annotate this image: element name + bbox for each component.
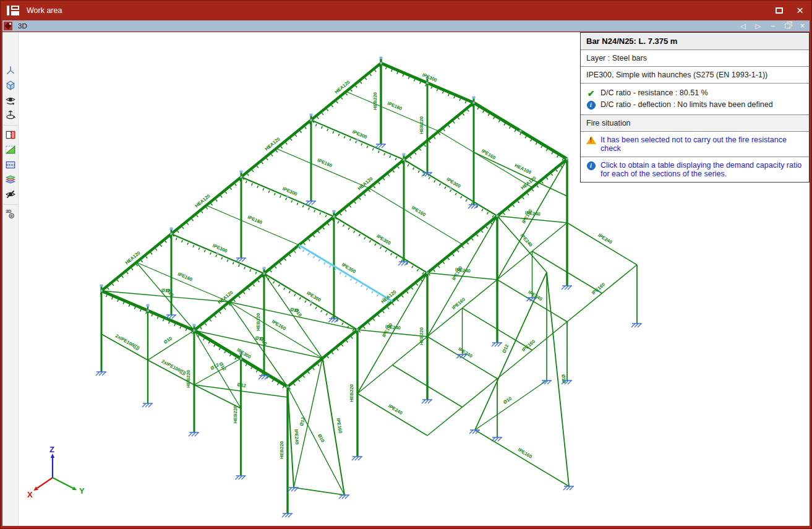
fire-situation-header: Fire situation xyxy=(581,115,809,132)
load-ticks xyxy=(499,161,569,218)
cube-icon[interactable] xyxy=(5,80,16,91)
support-icon xyxy=(375,144,386,148)
support-icon xyxy=(631,324,642,327)
hide-elements-icon[interactable] xyxy=(5,189,16,200)
member-label: IPE300 xyxy=(306,290,322,303)
application-window: Work area × 3D ◁ ▷ − × xyxy=(0,0,812,529)
node-marker xyxy=(472,101,475,104)
load-ticks xyxy=(173,179,243,236)
view-toolbar: 3D xyxy=(2,32,19,526)
bar-info-panel: Bar N24/N25: L. 7.375 m Layer : Steel ba… xyxy=(580,32,810,183)
3d-settings-icon[interactable]: 3D xyxy=(5,209,16,220)
cype3d-app-icon xyxy=(4,22,12,30)
member-label: IPE240 xyxy=(293,429,300,444)
bar-checks: ✔ D/C ratio - resistance : 80.51 % i D/C… xyxy=(581,84,809,115)
member-label: HEB220 xyxy=(349,384,354,402)
member-line[interactable] xyxy=(567,265,637,322)
column-cap xyxy=(310,114,313,116)
member-label: HEA120 xyxy=(380,289,398,304)
member-line[interactable] xyxy=(497,216,547,272)
member-line[interactable] xyxy=(137,262,229,302)
support-icon xyxy=(236,476,246,480)
node-marker xyxy=(263,272,265,275)
member-label: IPE240 xyxy=(519,233,534,248)
member-label: IPE240 xyxy=(457,346,473,359)
member-label: IPE160 xyxy=(521,209,533,225)
node-marker xyxy=(450,187,452,189)
window-title: Work area xyxy=(27,6,62,15)
load-ticks xyxy=(310,123,403,162)
member-line[interactable] xyxy=(346,92,439,131)
node-marker xyxy=(286,385,289,388)
member-line[interactable] xyxy=(137,262,195,330)
forward-arrow-icon[interactable]: ▷ xyxy=(756,23,761,30)
deflection-ratio: D/C ratio - deflection : No limits have … xyxy=(600,100,803,109)
minimize-view-icon[interactable]: − xyxy=(771,22,775,30)
check-icon: ✔ xyxy=(586,88,596,98)
axes-icon[interactable] xyxy=(5,65,16,76)
member-line[interactable] xyxy=(357,394,427,436)
node-marker xyxy=(333,215,335,218)
member-line[interactable] xyxy=(148,330,194,360)
member-label: HEB220 xyxy=(233,406,238,424)
column-cap xyxy=(240,171,243,173)
load-ticks xyxy=(406,105,476,161)
load-ticks xyxy=(429,218,499,275)
member-line[interactable] xyxy=(194,359,241,385)
member-label: IPE240 xyxy=(387,403,403,416)
member-label: IPE160 xyxy=(451,296,466,311)
column-cap xyxy=(380,57,383,59)
node-marker xyxy=(356,139,359,141)
warning-icon xyxy=(586,136,596,144)
section-plane-icon[interactable] xyxy=(5,129,16,140)
support-icon xyxy=(563,486,574,490)
support-icon xyxy=(422,400,432,403)
member-line[interactable] xyxy=(567,223,637,265)
info-icon: i xyxy=(587,101,596,110)
member-label: IPE160 xyxy=(335,418,343,434)
member-label: IPE160 xyxy=(591,282,606,296)
restore-view-icon[interactable] xyxy=(785,24,790,28)
resistance-ratio: D/C ratio - resistance : 80.51 % xyxy=(600,88,803,97)
y-axis-label: Y xyxy=(79,486,85,496)
dc-table-link[interactable]: Click to obtain a table displaying the d… xyxy=(600,161,803,178)
member-line[interactable] xyxy=(474,152,567,196)
support-icon xyxy=(142,403,153,407)
rotate-view-icon[interactable] xyxy=(5,110,16,121)
member-line[interactable] xyxy=(357,337,427,394)
column-cap xyxy=(170,228,173,230)
member-label: HEB220 xyxy=(186,370,191,388)
member-label: IPE160 xyxy=(271,319,287,332)
member-label: HEB220 xyxy=(255,313,261,331)
load-ticks xyxy=(170,236,263,276)
load-ticks xyxy=(380,66,472,105)
node-marker xyxy=(170,233,173,235)
orbit-view-icon[interactable] xyxy=(5,95,16,106)
split-view-icon[interactable] xyxy=(5,144,16,155)
window-zoom-icon[interactable] xyxy=(5,159,16,170)
info-icon: i xyxy=(587,161,596,170)
member-line[interactable] xyxy=(276,148,369,188)
maximize-button-icon[interactable] xyxy=(776,7,783,14)
x-axis-label: X xyxy=(27,490,33,499)
member-line[interactable] xyxy=(475,430,569,486)
close-button-icon[interactable]: × xyxy=(797,4,803,16)
support-icon xyxy=(96,372,106,376)
member-label: Ø10 xyxy=(163,335,173,345)
support-icon xyxy=(562,286,572,290)
member-line[interactable] xyxy=(264,273,323,358)
layers-icon[interactable] xyxy=(5,174,16,185)
member-line[interactable] xyxy=(207,205,299,245)
axes-widget: XYZ xyxy=(27,445,85,499)
support-icon xyxy=(282,514,293,517)
node-marker xyxy=(519,130,522,132)
dc-table-note-row: i Click to obtain a table displaying the… xyxy=(581,157,809,182)
close-view-icon[interactable]: × xyxy=(800,22,805,30)
view-title: 3D xyxy=(18,22,27,30)
member-line[interactable] xyxy=(427,379,497,436)
column-cap xyxy=(472,97,476,99)
back-arrow-icon[interactable]: ◁ xyxy=(740,23,745,30)
support-icon xyxy=(288,488,299,491)
column-cap xyxy=(263,267,266,270)
member-line[interactable] xyxy=(294,488,344,495)
